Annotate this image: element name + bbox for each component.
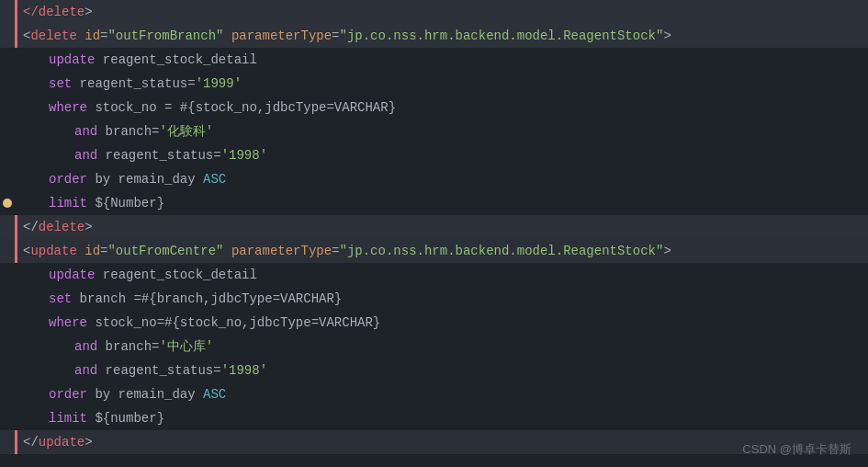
line: and branch='化験科' — [0, 120, 868, 143]
line: <update id="outFromCentre" parameterType… — [0, 239, 868, 263]
line: and reagent_status='1998' — [0, 359, 868, 382]
line: order by remain_day ASC — [0, 382, 868, 406]
line: set branch =#{branch,jdbcType=VARCHAR} — [0, 287, 868, 311]
line-content: </delete> — [17, 215, 868, 239]
line-content: set reagent_status='1999' — [17, 72, 868, 96]
line: update reagent_stock_detail — [0, 48, 868, 72]
line-content: where stock_no = #{stock_no,jdbcType=VAR… — [17, 96, 868, 120]
breakpoint-dot — [3, 199, 12, 208]
watermark: CSDN @博卓卡替斯 — [742, 441, 851, 458]
line-content: limit ${number} — [17, 406, 868, 430]
line-content: <update id="outFromCentre" parameterType… — [17, 239, 868, 263]
line: limit ${number} — [0, 406, 868, 430]
line-content: limit ${Number} — [17, 191, 868, 215]
line: where stock_no=#{stock_no,jdbcType=VARCH… — [0, 311, 868, 335]
line: </delete> — [0, 215, 868, 239]
line: and reagent_status='1998' — [0, 143, 868, 167]
line-content: order by remain_day ASC — [17, 167, 868, 191]
line-content: and reagent_status='1998' — [17, 359, 868, 382]
line-content: and reagent_status='1998' — [17, 143, 868, 167]
line-content: order by remain_day ASC — [17, 382, 868, 406]
line-content: where stock_no=#{stock_no,jdbcType=VARCH… — [17, 311, 868, 335]
line: </update> — [0, 430, 868, 454]
line: </delete> — [0, 0, 868, 24]
line-content: and branch='中心库' — [17, 335, 868, 359]
line: <delete id="outFromBranch" parameterType… — [0, 24, 868, 48]
line: order by remain_day ASC — [0, 167, 868, 191]
line-content: update reagent_stock_detail — [17, 263, 868, 287]
line: limit ${Number} — [0, 191, 868, 215]
line-content: set branch =#{branch,jdbcType=VARCHAR} — [17, 287, 868, 311]
line: set reagent_status='1999' — [0, 72, 868, 96]
line-content: and branch='化験科' — [17, 120, 868, 143]
line: where stock_no = #{stock_no,jdbcType=VAR… — [0, 96, 868, 120]
code-editor: </delete><delete id="outFromBranch" para… — [0, 0, 868, 467]
line-content: </delete> — [17, 0, 868, 24]
line: update reagent_stock_detail — [0, 263, 868, 287]
line-content: <delete id="outFromBranch" parameterType… — [17, 24, 868, 48]
line: and branch='中心库' — [0, 335, 868, 359]
line-content: update reagent_stock_detail — [17, 48, 868, 72]
line-content: </update> — [17, 430, 868, 454]
